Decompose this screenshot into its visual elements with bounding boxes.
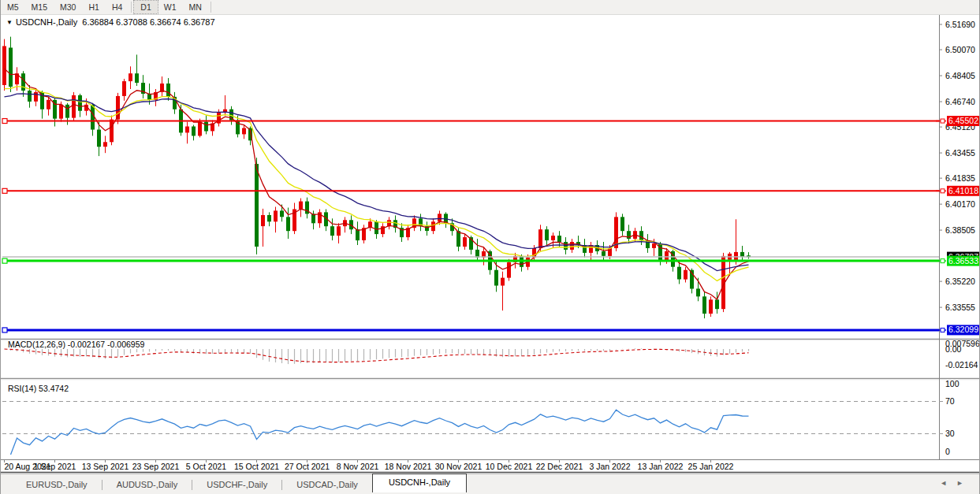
- level-price-badge: 6.41018: [936, 186, 980, 196]
- price-axis: 6.516906.500706.484056.467406.451206.434…: [936, 20, 980, 457]
- tab-eurusd-daily[interactable]: EURUSD-,Daily: [12, 477, 102, 492]
- candles-layer: [2, 37, 751, 319]
- svg-text:25 Jan 2022: 25 Jan 2022: [688, 462, 734, 471]
- timeframe-button-w1[interactable]: W1: [158, 1, 183, 13]
- svg-text:70: 70: [945, 396, 955, 406]
- rsi-line: [11, 410, 749, 455]
- svg-text:6.35220: 6.35220: [945, 277, 975, 286]
- svg-text:8 Nov 2021: 8 Nov 2021: [337, 462, 379, 471]
- svg-text:27 Oct 2021: 27 Oct 2021: [285, 462, 330, 471]
- timeframe-button-d1[interactable]: D1: [134, 1, 157, 13]
- toolbar-separator: [131, 2, 132, 13]
- time-axis: 20 Aug 20211 Sep 202113 Sep 202123 Sep 2…: [5, 460, 734, 471]
- svg-text:3 Jan 2022: 3 Jan 2022: [590, 462, 631, 471]
- chart-canvas[interactable]: 6.516906.500706.484056.467406.451206.434…: [1, 0, 980, 474]
- svg-text:-0.02164: -0.02164: [945, 360, 978, 370]
- svg-text:6.46740: 6.46740: [945, 97, 975, 106]
- svg-text:6.41835: 6.41835: [945, 173, 975, 183]
- timeframe-toolbar: M5M15M30H1H4D1W1MN: [1, 0, 979, 15]
- timeframe-button-m30[interactable]: M30: [54, 1, 82, 13]
- svg-text:6.40170: 6.40170: [945, 199, 975, 209]
- tab-scroll-right-button[interactable]: ►: [956, 479, 973, 487]
- svg-text:6.38505: 6.38505: [945, 225, 975, 235]
- rsi-indicator-label: RSI(14) 53.4742: [8, 384, 69, 393]
- level-price-badge: 6.36533: [936, 256, 980, 266]
- svg-text:6.41018: 6.41018: [948, 186, 978, 195]
- collapse-triangle-icon[interactable]: ▼: [6, 19, 13, 26]
- timeframe-button-m5[interactable]: M5: [1, 1, 25, 13]
- tab-usdcad-daily[interactable]: USDCAD-,Daily: [282, 477, 372, 492]
- macd-panel: [5, 348, 749, 364]
- svg-text:15 Oct 2021: 15 Oct 2021: [234, 462, 279, 471]
- timeframe-button-mn[interactable]: MN: [183, 1, 208, 13]
- svg-text:22 Dec 2021: 22 Dec 2021: [536, 462, 583, 471]
- svg-text:6.43455: 6.43455: [945, 148, 975, 158]
- timeframe-button-m15[interactable]: M15: [25, 1, 54, 13]
- symbol-tab-bar: EURUSD-,DailyAUDUSD-,DailyUSDCHF-,DailyU…: [1, 474, 979, 494]
- chart-ohlc-values: 6.36884 6.37088 6.36674 6.36787: [82, 17, 214, 27]
- svg-text:5 Oct 2021: 5 Oct 2021: [186, 462, 227, 471]
- svg-text:0.00: 0.00: [945, 344, 962, 354]
- svg-text:30: 30: [945, 429, 955, 438]
- rsi-panel: [2, 402, 945, 455]
- tab-usdcnh-daily[interactable]: USDCNH-,Daily: [372, 474, 467, 492]
- svg-text:23 Sep 2021: 23 Sep 2021: [132, 462, 180, 471]
- timeframe-button-h4[interactable]: H4: [106, 1, 129, 13]
- svg-text:10 Dec 2021: 10 Dec 2021: [486, 462, 533, 471]
- toolbar-separator: [211, 2, 211, 13]
- level-price-badge: 6.45502: [936, 116, 980, 126]
- svg-text:6.51690: 6.51690: [945, 20, 975, 29]
- level-price-badge: 6.32099: [936, 325, 980, 335]
- trading-platform-window: M5M15M30H1H4D1W1MN 6.516906.500706.48405…: [0, 0, 980, 494]
- svg-text:13 Sep 2021: 13 Sep 2021: [82, 462, 129, 471]
- tab-usdchf-daily[interactable]: USDCHF-,Daily: [192, 477, 281, 492]
- svg-text:6.36533: 6.36533: [948, 256, 978, 266]
- svg-text:100: 100: [945, 379, 960, 388]
- svg-text:6.45502: 6.45502: [948, 116, 978, 125]
- tab-scroll-left-button[interactable]: ◄: [940, 479, 956, 487]
- svg-text:18 Nov 2021: 18 Nov 2021: [385, 462, 432, 471]
- macd-indicator-label: MACD(12,26,9) -0.002167 -0.006959: [8, 340, 144, 349]
- svg-text:6.48405: 6.48405: [945, 71, 975, 80]
- svg-text:6.33555: 6.33555: [945, 303, 975, 312]
- chart-symbol-label: USDCNH-,Daily: [16, 17, 77, 27]
- svg-text:6.32099: 6.32099: [948, 325, 978, 334]
- svg-text:1 Sep 2021: 1 Sep 2021: [34, 462, 76, 471]
- svg-text:0: 0: [945, 447, 950, 456]
- timeframe-button-h1[interactable]: H1: [82, 1, 105, 13]
- svg-text:30 Nov 2021: 30 Nov 2021: [435, 462, 483, 471]
- chart-title: ▼USDCNH-,Daily 6.36884 6.37088 6.36674 6…: [6, 17, 215, 27]
- tab-audusd-daily[interactable]: AUDUSD-,Daily: [102, 477, 192, 492]
- svg-text:6.50070: 6.50070: [945, 45, 975, 54]
- svg-text:13 Jan 2022: 13 Jan 2022: [638, 462, 684, 471]
